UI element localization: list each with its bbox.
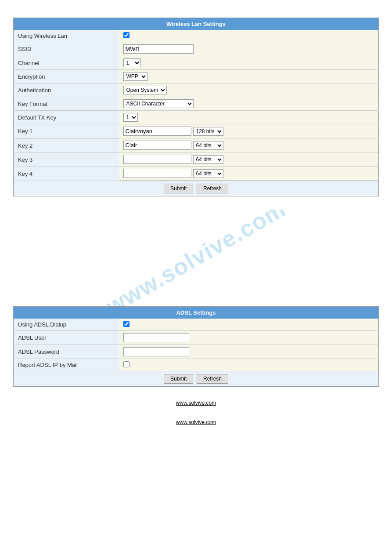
ssid-input[interactable] — [123, 44, 194, 54]
using-wireless-value — [119, 30, 379, 42]
authetication-row: Authetication Open SystemShared Key — [14, 83, 379, 97]
wireless-refresh-button[interactable]: Refresh — [197, 184, 228, 193]
authetication-value-cell: Open SystemShared Key — [119, 83, 379, 97]
using-adsl-label: Using ADSL Dialup — [14, 319, 119, 331]
adsl-password-input[interactable] — [123, 347, 189, 356]
key3-label: Key 3 — [14, 152, 119, 167]
ssid-row: SSID — [14, 42, 379, 56]
key3-value-cell: 64 bits128 bits — [119, 152, 379, 167]
default-tx-key-select[interactable]: 1234 — [123, 113, 138, 122]
adsl-user-input[interactable] — [123, 333, 189, 342]
wireless-settings-table: Wireless Lan Settings Using Wireless Lan… — [13, 18, 379, 196]
channel-select[interactable]: 1234 5678 91011 — [123, 58, 141, 67]
report-ip-checkbox[interactable] — [123, 361, 129, 367]
using-wireless-row: Using Wireless Lan — [14, 30, 379, 42]
authetication-select[interactable]: Open SystemShared Key — [123, 86, 167, 94]
adsl-submit-button[interactable]: Submit — [164, 374, 193, 384]
using-wireless-checkbox[interactable] — [123, 32, 129, 38]
key3-input[interactable] — [123, 155, 191, 164]
wireless-footer-row: Submit Refresh — [14, 181, 379, 196]
key-format-label: Key Format — [14, 97, 119, 111]
adsl-user-row: ADSL User — [14, 331, 379, 345]
wireless-header-row: Wireless Lan Settings — [14, 18, 379, 30]
default-tx-key-value-cell: 1234 — [119, 111, 379, 124]
ssid-label: SSID — [14, 42, 119, 56]
report-ip-value-cell — [119, 359, 379, 371]
encryption-label: Encryption — [14, 70, 119, 83]
key-format-select[interactable]: ASCII CharacterHex — [123, 99, 194, 108]
wireless-title: Wireless Lan Settings — [14, 18, 379, 30]
key4-label: Key 4 — [14, 167, 119, 181]
authetication-label: Authetication — [14, 83, 119, 97]
key2-row: Key 2 64 bits128 bits — [14, 138, 379, 152]
key2-label: Key 2 — [14, 138, 119, 152]
key1-row: Key 1 128 bits64 bits — [14, 124, 379, 139]
watermark-area: www.solvive.com — [13, 210, 379, 306]
key1-bits-select[interactable]: 128 bits64 bits — [193, 127, 223, 136]
adsl-footer-row: Submit Refresh — [14, 371, 379, 387]
report-ip-row: Report ADSL IP by Mail — [14, 359, 379, 371]
using-wireless-label: Using Wireless Lan — [14, 30, 119, 42]
encryption-select[interactable]: WEPNone — [123, 72, 147, 81]
adsl-title: ADSL Settings — [14, 307, 379, 319]
footer-links: www.solvive.com — [13, 400, 379, 406]
key-format-row: Key Format ASCII CharacterHex — [14, 97, 379, 111]
using-adsl-checkbox[interactable] — [123, 321, 129, 327]
key4-input[interactable] — [123, 169, 191, 178]
wireless-submit-button[interactable]: Submit — [164, 184, 193, 193]
key2-bits-select[interactable]: 64 bits128 bits — [193, 141, 223, 150]
adsl-password-row: ADSL Password — [14, 345, 379, 359]
key2-value-cell: 64 bits128 bits — [119, 138, 379, 152]
adsl-settings-table: ADSL Settings Using ADSL Dialup ADSL Use… — [13, 306, 379, 387]
key1-value-cell: 128 bits64 bits — [119, 124, 379, 138]
ssid-value-cell — [119, 42, 379, 56]
key2-input[interactable] — [123, 141, 191, 150]
default-tx-key-label: Default TX Key — [14, 111, 119, 124]
adsl-password-label: ADSL Password — [14, 345, 119, 359]
encryption-row: Encryption WEPNone — [14, 70, 379, 83]
adsl-user-value-cell — [119, 331, 379, 345]
key4-row: Key 4 64 bits128 bits — [14, 167, 379, 181]
key4-value-cell: 64 bits128 bits — [119, 167, 379, 181]
footer-links-2: www.solvive.com — [13, 419, 379, 425]
page-wrapper: Wireless Lan Settings Using Wireless Lan… — [9, 9, 383, 434]
wireless-footer-cell: Submit Refresh — [14, 181, 379, 196]
key1-label: Key 1 — [14, 124, 119, 139]
default-tx-key-row: Default TX Key 1234 — [14, 111, 379, 124]
channel-value-cell: 1234 5678 91011 — [119, 56, 379, 70]
channel-label: Channel — [14, 56, 119, 70]
adsl-password-value-cell — [119, 345, 379, 359]
adsl-user-label: ADSL User — [14, 331, 119, 345]
adsl-header-row: ADSL Settings — [14, 307, 379, 319]
footer-link-1[interactable]: www.solvive.com — [176, 400, 216, 406]
using-adsl-value-cell — [119, 319, 379, 331]
key3-row: Key 3 64 bits128 bits — [14, 152, 379, 167]
key4-bits-select[interactable]: 64 bits128 bits — [193, 169, 223, 178]
encryption-value-cell: WEPNone — [119, 70, 379, 83]
key-format-value-cell: ASCII CharacterHex — [119, 97, 379, 111]
watermark-text: www.solvive.com — [101, 210, 291, 306]
using-adsl-row: Using ADSL Dialup — [14, 319, 379, 331]
adsl-refresh-button[interactable]: Refresh — [197, 374, 228, 384]
report-ip-label: Report ADSL IP by Mail — [14, 359, 119, 371]
footer-link-2[interactable]: www.solvive.com — [176, 419, 216, 425]
key3-bits-select[interactable]: 64 bits128 bits — [193, 155, 223, 164]
key1-input[interactable] — [123, 127, 191, 136]
channel-row: Channel 1234 5678 91011 — [14, 56, 379, 70]
adsl-footer-cell: Submit Refresh — [14, 371, 379, 387]
